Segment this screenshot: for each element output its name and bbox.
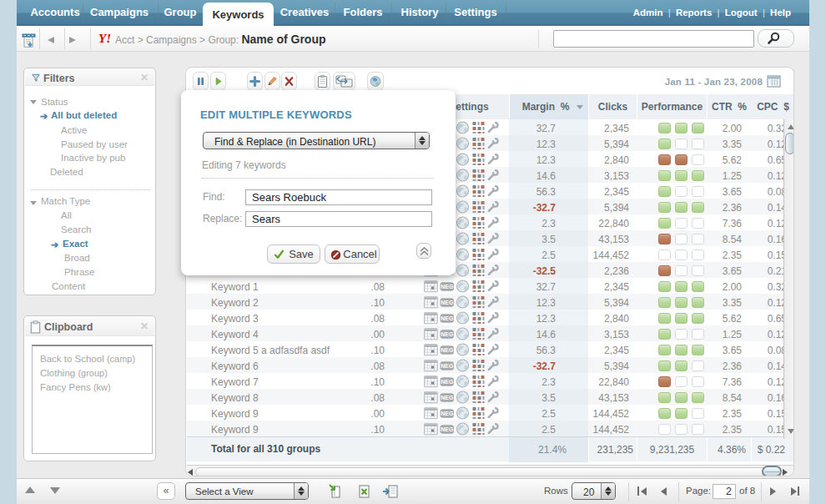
svg-text:NEG: NEG (441, 331, 454, 337)
svg-text:NEG: NEG (441, 284, 454, 290)
svg-text:NEG: NEG (441, 411, 454, 416)
svg-text:NEG: NEG (441, 300, 454, 305)
svg-text:NEG: NEG (441, 379, 454, 385)
svg-text:NEG: NEG (441, 315, 454, 321)
svg-text:NEG: NEG (441, 363, 454, 369)
svg-text:NEG: NEG (441, 395, 454, 401)
svg-text:NEG: NEG (441, 426, 454, 432)
svg-text:NEG: NEG (441, 347, 454, 353)
